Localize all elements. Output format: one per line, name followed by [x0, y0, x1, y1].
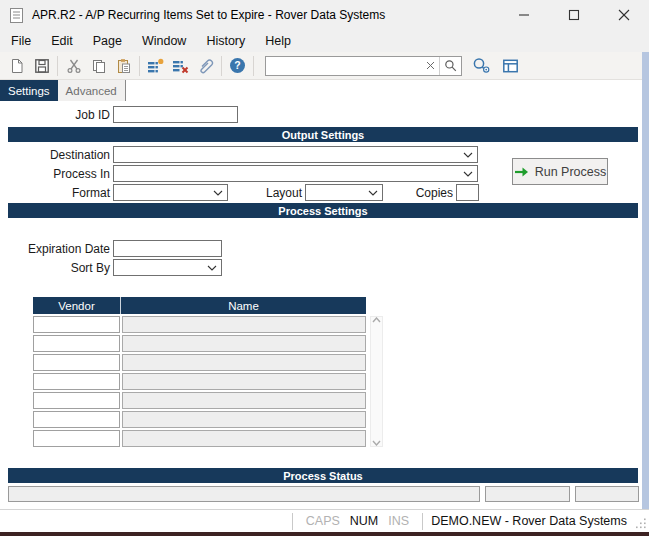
job-id-row: Job ID — [0, 106, 238, 123]
menu-history[interactable]: History — [196, 32, 255, 50]
name-cell-field — [122, 411, 366, 428]
search-input[interactable] — [266, 58, 422, 74]
name-cell-field — [122, 373, 366, 390]
tab-advanced[interactable]: Advanced — [58, 80, 126, 101]
app-window: APR.R2 - A/P Recurring Items Set to Expi… — [0, 0, 649, 536]
run-process-button[interactable]: Run Process — [512, 158, 608, 185]
svg-text:?: ? — [234, 59, 240, 71]
sort-by-select[interactable] — [113, 259, 222, 276]
add-detail-line-button[interactable] — [143, 54, 168, 78]
attachments-button[interactable] — [193, 54, 218, 78]
vendor-column-header: Vendor — [33, 297, 120, 314]
expiration-date-input[interactable] — [113, 240, 222, 257]
num-indicator: NUM — [350, 514, 378, 528]
clear-search-button[interactable] — [422, 57, 439, 75]
menu-edit[interactable]: Edit — [41, 32, 83, 50]
minimize-icon — [518, 9, 530, 21]
cut-icon — [66, 58, 82, 74]
ins-indicator: INS — [388, 514, 409, 528]
copy-button[interactable] — [86, 54, 111, 78]
destination-select[interactable] — [113, 146, 478, 163]
search-button[interactable] — [439, 57, 461, 75]
vendor-cell-input[interactable] — [33, 430, 120, 447]
process-in-select[interactable] — [113, 165, 478, 182]
copy-icon — [91, 58, 107, 74]
menu-file[interactable]: File — [1, 32, 41, 50]
process-status-field-2 — [485, 486, 570, 502]
vendor-cell-input[interactable] — [33, 392, 120, 409]
search-icon — [444, 59, 457, 72]
name-cell-field — [122, 316, 366, 333]
expiration-date-row: Expiration Date — [0, 240, 222, 257]
chevron-down-icon — [213, 190, 223, 196]
job-id-label: Job ID — [0, 108, 110, 122]
window-frame-edge — [642, 52, 649, 509]
delete-detail-line-icon — [172, 58, 189, 74]
statusbar-separator — [292, 513, 293, 530]
help-button[interactable]: ? — [225, 54, 250, 78]
save-icon — [34, 58, 50, 74]
expiration-date-label: Expiration Date — [0, 242, 110, 256]
format-select[interactable] — [113, 184, 228, 201]
process-in-label: Process In — [0, 167, 110, 181]
table-scrollbar[interactable] — [370, 316, 383, 447]
search-preview-icon — [472, 57, 491, 74]
resize-grip-icon — [636, 518, 647, 529]
menu-help[interactable]: Help — [255, 32, 301, 50]
copies-label: Copies — [383, 186, 453, 200]
vendor-cell-input[interactable] — [33, 316, 120, 333]
copies-input[interactable] — [456, 184, 479, 201]
resize-grip[interactable] — [635, 510, 649, 532]
new-document-button[interactable] — [4, 54, 29, 78]
name-cell-field — [122, 335, 366, 352]
paste-icon — [116, 58, 132, 74]
vendor-cell-input[interactable] — [33, 335, 120, 352]
vendor-cell-input[interactable] — [33, 354, 120, 371]
attachments-icon — [197, 57, 214, 74]
app-icon — [9, 7, 24, 24]
delete-detail-line-button[interactable] — [168, 54, 193, 78]
sort-by-label: Sort By — [0, 261, 110, 275]
menu-bar: File Edit Page Window History Help — [0, 30, 649, 52]
vendor-table-header: Vendor Name — [33, 297, 366, 314]
table-row — [33, 430, 366, 447]
name-cell-field — [122, 430, 366, 447]
menu-page[interactable]: Page — [83, 32, 132, 50]
destination-label: Destination — [0, 148, 110, 162]
search-preview-button[interactable] — [469, 54, 494, 78]
process-status-field-3 — [575, 486, 639, 502]
paste-button[interactable] — [111, 54, 136, 78]
panel-view-button[interactable] — [498, 54, 523, 78]
output-settings-header: Output Settings — [8, 127, 638, 142]
cut-button[interactable] — [61, 54, 86, 78]
tab-settings[interactable]: Settings — [0, 80, 58, 101]
table-row — [33, 354, 366, 371]
destination-row: Destination — [0, 146, 478, 163]
table-row — [33, 335, 366, 352]
add-detail-line-icon — [147, 58, 164, 74]
table-row — [33, 392, 366, 409]
vendor-cell-input[interactable] — [33, 373, 120, 390]
menu-window[interactable]: Window — [132, 32, 196, 50]
chevron-down-icon — [368, 190, 378, 196]
name-cell-field — [122, 392, 366, 409]
save-button[interactable] — [29, 54, 54, 78]
tab-bar: Settings Advanced — [0, 80, 126, 101]
maximize-button[interactable] — [549, 0, 599, 30]
chevron-down-icon — [463, 152, 473, 158]
chevron-down-icon — [207, 265, 217, 271]
clear-search-icon — [426, 61, 435, 70]
minimize-button[interactable] — [499, 0, 549, 30]
toolbar: ? — [0, 52, 649, 80]
vendor-table-rows — [33, 316, 366, 449]
format-label: Format — [0, 186, 110, 200]
chevron-down-icon — [463, 171, 473, 177]
close-button[interactable] — [599, 0, 649, 30]
vendor-cell-input[interactable] — [33, 411, 120, 428]
job-id-input[interactable] — [113, 106, 238, 123]
desktop-edge — [0, 532, 649, 536]
table-row — [33, 411, 366, 428]
table-row — [33, 373, 366, 390]
search-box — [265, 56, 462, 76]
layout-select[interactable] — [305, 184, 383, 201]
